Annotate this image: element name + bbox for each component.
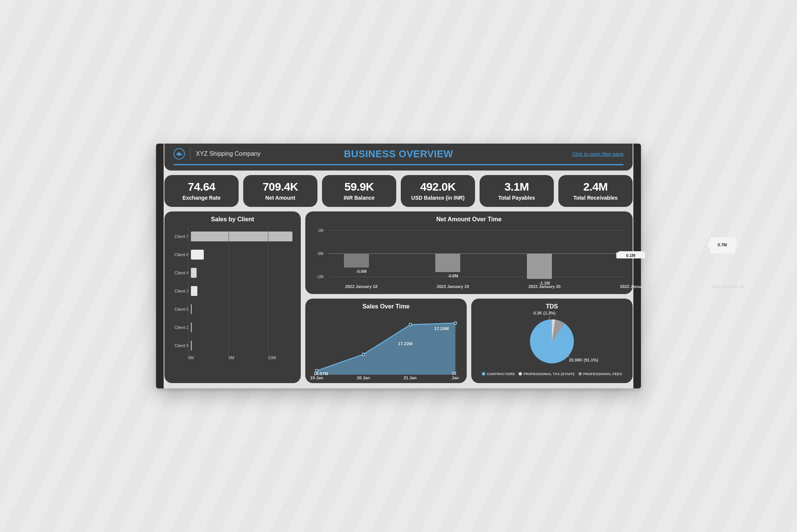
- hbar-row: Client 8: [170, 336, 295, 355]
- bar: [191, 232, 292, 241]
- x-tick: 20 Jan: [357, 376, 370, 380]
- ship-logo-icon: [173, 148, 185, 160]
- axis-tick: 10M: [268, 355, 276, 360]
- svg-point-4: [454, 322, 457, 324]
- legend-item: CONTRACTORS: [482, 372, 515, 376]
- card-title: Net Amount Over Time: [311, 216, 627, 223]
- kpi-label: Net Amount: [246, 195, 314, 201]
- kpi-label: Total Payables: [483, 195, 551, 201]
- open-filter-pane-link[interactable]: Click to open filter pane: [572, 151, 624, 157]
- axis-tick: 5M: [228, 355, 234, 360]
- card-title: Sales by Client: [170, 216, 295, 223]
- kpi-value: 3.1M: [483, 180, 551, 193]
- bar: [344, 253, 369, 268]
- kpi-row: 74.64 Exchange Rate 709.4K Net Amount 59…: [164, 175, 633, 207]
- kpi-label: INR Balance: [325, 195, 393, 201]
- x-tick: 19 Jan: [310, 376, 323, 380]
- tds-chart: 0.3K (1.3%) 20.98K (91.1%) CONTRACTORS P…: [477, 313, 627, 376]
- data-label: 17.24M: [434, 326, 449, 331]
- data-label: 0.1M: [616, 252, 645, 258]
- hbar-row: Client 5: [170, 300, 295, 318]
- kpi-net-amount[interactable]: 709.4K Net Amount: [243, 175, 317, 207]
- x-tick: 21 Jan: [404, 376, 417, 380]
- hbar-row: Client 6: [170, 246, 295, 264]
- bar-label: Client 7: [170, 234, 189, 239]
- data-label: 0.7M: [708, 242, 737, 248]
- hbar-row: Client 2: [170, 318, 295, 336]
- header-rule: [173, 164, 624, 165]
- sales-by-client-card[interactable]: Sales by Client Client 7Client 6Client 4…: [164, 211, 301, 383]
- dashboard: XYZ Shipping Company BUSINESS OVERVIEW C…: [156, 144, 641, 388]
- net-amount-chart: 1M 0M -1M -0.6M2022 January 18-0.8M2022 …: [314, 226, 624, 290]
- sales-over-time-chart: 16.57M 17.22M 17.24M 19 Jan 20 Jan 21 Ja…: [311, 313, 461, 379]
- svg-point-3: [409, 323, 412, 326]
- x-tick: 2022 January 20: [518, 284, 571, 289]
- bar: [191, 286, 197, 296]
- x-tick: 2022 January 22: [701, 284, 754, 289]
- tds-card[interactable]: TDS 0.3K (1.3%) 20.98K (91.1%): [471, 299, 633, 383]
- kpi-value: 709.4K: [246, 180, 314, 193]
- bar-label: Client 5: [170, 307, 189, 311]
- bar-label: Client 3: [170, 289, 189, 293]
- hbar-row: Client 4: [170, 264, 295, 282]
- kpi-value: 2.4M: [561, 180, 630, 193]
- data-label: -0.8M: [426, 274, 479, 278]
- net-amount-card[interactable]: Net Amount Over Time 1M 0M -1M -0.6M2022…: [305, 211, 633, 294]
- svg-point-2: [362, 353, 365, 356]
- sales-over-time-card[interactable]: Sales Over Time 16.57M 17.22M 17.24M: [305, 299, 467, 383]
- kpi-exchange-rate[interactable]: 74.64 Exchange Rate: [164, 175, 239, 207]
- bar: [191, 250, 204, 260]
- bar: [191, 341, 192, 350]
- legend: CONTRACTORS PROFESSIONAL TAX (STAFF) PRO…: [482, 372, 622, 376]
- left-rail: [156, 144, 164, 388]
- kpi-label: USD Balance (in INR): [404, 195, 472, 201]
- kpi-usd-balance[interactable]: 492.0K USD Balance (in INR): [401, 175, 475, 207]
- x-tick: 22 Jan: [452, 371, 459, 380]
- bar: [191, 322, 192, 332]
- y-tick: 0M: [318, 251, 323, 256]
- logo-divider: [190, 147, 191, 160]
- card-title: TDS: [477, 303, 627, 310]
- card-title: Sales Over Time: [311, 303, 461, 310]
- kpi-label: Total Receivables: [561, 195, 630, 201]
- bar: [191, 268, 197, 278]
- bar: [191, 304, 192, 314]
- data-label: -0.6M: [335, 269, 388, 274]
- sales-by-client-chart: Client 7Client 6Client 4Client 3Client 5…: [170, 226, 295, 361]
- x-axis: 0M 5M 10M: [191, 355, 295, 361]
- kpi-inr-balance[interactable]: 59.9K INR Balance: [322, 175, 396, 207]
- x-tick: 2022 January 18: [335, 284, 388, 289]
- kpi-total-receivables[interactable]: 2.4M Total Receivables: [558, 175, 633, 207]
- data-label: 17.22M: [398, 341, 413, 346]
- bar-label: Client 8: [170, 343, 189, 348]
- company-name: XYZ Shipping Company: [196, 150, 261, 157]
- bar-label: Client 2: [170, 325, 189, 330]
- bar-label: Client 4: [170, 271, 189, 275]
- y-tick: -1M: [316, 274, 323, 279]
- legend-item: PROFESSIONAL FEES: [578, 372, 622, 376]
- page-title: BUSINESS OVERVIEW: [344, 148, 453, 160]
- x-tick: 2022 January 21: [609, 284, 663, 289]
- axis-tick: 0M: [188, 355, 194, 360]
- data-label: 0.3K (1.3%): [533, 311, 556, 315]
- x-tick: 2022 January 19: [426, 284, 479, 289]
- data-label: 20.98K (91.1%): [569, 358, 598, 362]
- bar: [527, 253, 552, 279]
- charts-grid: Sales by Client Client 7Client 6Client 4…: [164, 211, 633, 383]
- kpi-total-payables[interactable]: 3.1M Total Payables: [480, 175, 554, 207]
- kpi-value: 59.9K: [325, 180, 393, 193]
- svg-marker-0: [317, 323, 455, 375]
- hbar-row: Client 3: [170, 282, 295, 300]
- header: XYZ Shipping Company BUSINESS OVERVIEW C…: [164, 144, 633, 171]
- bar-label: Client 6: [170, 252, 189, 257]
- kpi-value: 74.64: [167, 180, 236, 193]
- kpi-label: Exchange Rate: [167, 195, 236, 201]
- hbar-row: Client 7: [170, 227, 295, 246]
- y-tick: 1M: [318, 228, 323, 233]
- legend-item: PROFESSIONAL TAX (STAFF): [519, 372, 575, 376]
- bar: [435, 253, 460, 272]
- kpi-value: 492.0K: [404, 180, 472, 193]
